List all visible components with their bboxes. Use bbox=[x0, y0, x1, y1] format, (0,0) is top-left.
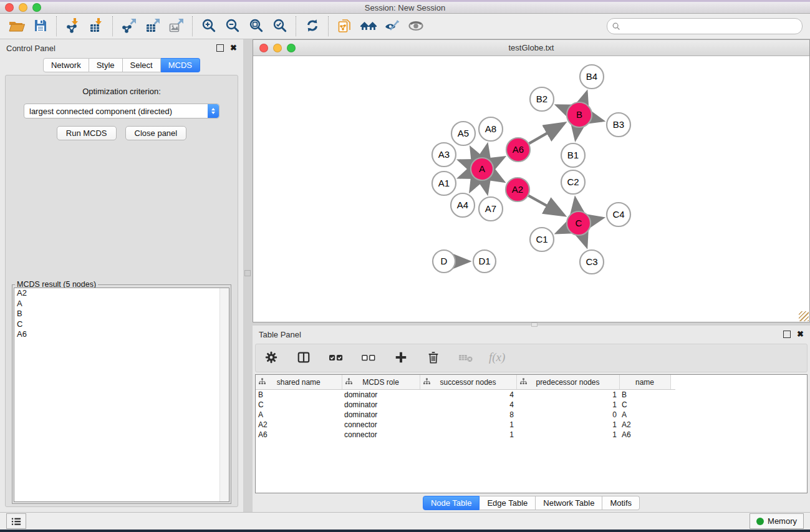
zoom-fit-button[interactable] bbox=[244, 16, 268, 37]
app-titlebar[interactable]: Session: New Session bbox=[0, 2, 810, 14]
task-history-button[interactable] bbox=[6, 513, 26, 529]
cell-successor-nodes[interactable]: 1 bbox=[420, 430, 516, 440]
edge-A-A7[interactable] bbox=[485, 181, 487, 193]
tab-motifs[interactable]: Motifs bbox=[602, 496, 640, 510]
cell-shared-name[interactable]: A2 bbox=[256, 420, 342, 430]
node-D[interactable]: D bbox=[433, 250, 455, 273]
tab-network-table[interactable]: Network Table bbox=[536, 496, 602, 510]
column-header-shared-name[interactable]: shared name bbox=[256, 375, 342, 390]
network-minimize-button[interactable] bbox=[273, 44, 282, 52]
cell-shared-name[interactable]: A bbox=[256, 410, 342, 420]
edge-A-A3[interactable] bbox=[460, 161, 471, 165]
search-input[interactable] bbox=[624, 21, 797, 31]
cell-MCDS-role[interactable]: dominator bbox=[342, 410, 420, 420]
node-A4[interactable]: A4 bbox=[451, 193, 475, 217]
node-C3[interactable]: C3 bbox=[580, 250, 604, 274]
cell-successor-nodes[interactable]: 8 bbox=[420, 410, 516, 420]
tab-style[interactable]: Style bbox=[89, 58, 123, 72]
column-header-MCDS-role[interactable]: MCDS role bbox=[342, 375, 420, 390]
edge-A-A5[interactable] bbox=[471, 148, 477, 158]
edge-A-A8[interactable] bbox=[485, 145, 487, 157]
home-networks-button[interactable] bbox=[357, 16, 380, 37]
result-list-item[interactable]: A6 bbox=[14, 329, 229, 340]
window-resize-grip[interactable] bbox=[799, 311, 809, 321]
edge-A-A4[interactable] bbox=[471, 180, 476, 190]
zoom-in-button[interactable] bbox=[197, 16, 221, 37]
node-A1[interactable]: A1 bbox=[432, 172, 456, 195]
edge-A2-C[interactable] bbox=[529, 196, 564, 215]
node-C[interactable]: C bbox=[567, 211, 591, 235]
edge-C-C3[interactable] bbox=[582, 235, 586, 246]
edge-A-A2[interactable] bbox=[492, 175, 503, 181]
cell-shared-name[interactable]: B bbox=[256, 390, 342, 400]
import-network-button[interactable] bbox=[61, 16, 85, 37]
refresh-layout-button[interactable] bbox=[301, 16, 324, 37]
new-session-network-button[interactable] bbox=[333, 16, 357, 37]
network-canvas[interactable]: B4B2BB3A8A5A6A3B1AC2A1A2A4A7C4CC1C3DD1 bbox=[253, 56, 809, 322]
node-B2[interactable]: B2 bbox=[530, 87, 554, 111]
column-layout-button[interactable] bbox=[294, 349, 313, 367]
close-panel-icon[interactable]: ✖ bbox=[230, 45, 237, 51]
tab-network[interactable]: Network bbox=[43, 58, 89, 72]
node-A6[interactable]: A6 bbox=[506, 138, 530, 162]
cell-MCDS-role[interactable]: connector bbox=[342, 430, 420, 440]
result-list-item[interactable]: A bbox=[14, 299, 229, 309]
result-list-scrollbar[interactable] bbox=[219, 288, 229, 501]
node-C4[interactable]: C4 bbox=[607, 203, 630, 226]
table-row[interactable]: Cdominator41C bbox=[256, 400, 675, 410]
network-window-titlebar[interactable]: testGlobe.txt bbox=[253, 40, 809, 56]
edge-A-A6[interactable] bbox=[493, 158, 503, 163]
close-panel-button[interactable]: Close panel bbox=[125, 126, 187, 140]
cell-predecessor-nodes[interactable]: 0 bbox=[516, 410, 619, 420]
result-list-item[interactable]: A2 bbox=[14, 288, 229, 299]
import-table-button[interactable] bbox=[85, 16, 108, 37]
node-C2[interactable]: C2 bbox=[561, 170, 585, 194]
export-table-button[interactable] bbox=[141, 16, 165, 37]
cell-predecessor-nodes[interactable]: 1 bbox=[516, 390, 619, 400]
edge-C-C4[interactable] bbox=[591, 218, 602, 221]
float-panel-icon[interactable] bbox=[216, 44, 224, 52]
node-A2[interactable]: A2 bbox=[506, 178, 529, 201]
tab-mcds[interactable]: MCDS bbox=[161, 58, 200, 72]
edge-B-B4[interactable] bbox=[584, 93, 587, 102]
select-all-columns-button[interactable] bbox=[327, 349, 345, 367]
cell-shared-name[interactable]: C bbox=[256, 400, 342, 410]
node-table[interactable]: shared nameMCDS rolesuccessor nodesprede… bbox=[256, 375, 675, 440]
zoom-out-button[interactable] bbox=[221, 16, 244, 37]
zoom-window-button[interactable] bbox=[32, 3, 41, 12]
add-column-button[interactable] bbox=[392, 349, 410, 367]
edge-C-C2[interactable] bbox=[576, 199, 577, 211]
export-network-button[interactable] bbox=[117, 16, 141, 37]
edge-A-A1[interactable] bbox=[460, 173, 471, 178]
minimize-window-button[interactable] bbox=[19, 3, 27, 12]
node-B1[interactable]: B1 bbox=[561, 143, 585, 167]
cell-name[interactable]: B bbox=[619, 390, 670, 400]
show-graphics-details-button[interactable] bbox=[404, 16, 428, 37]
cell-MCDS-role[interactable]: connector bbox=[342, 420, 420, 430]
edge-B-B1[interactable] bbox=[576, 128, 577, 139]
run-mcds-button[interactable]: Run MCDS bbox=[57, 126, 117, 140]
cell-MCDS-role[interactable]: dominator bbox=[342, 390, 420, 400]
edge-B-B2[interactable] bbox=[557, 105, 567, 110]
table-float-panel-icon[interactable] bbox=[783, 331, 791, 338]
node-A3[interactable]: A3 bbox=[432, 143, 456, 167]
tab-node-table[interactable]: Node Table bbox=[423, 496, 480, 510]
node-D1[interactable]: D1 bbox=[473, 250, 496, 273]
cell-MCDS-role[interactable]: dominator bbox=[342, 400, 420, 410]
node-A7[interactable]: A7 bbox=[479, 197, 503, 221]
node-B[interactable]: B bbox=[567, 102, 592, 127]
network-close-button[interactable] bbox=[259, 44, 268, 52]
cell-name[interactable]: A6 bbox=[619, 430, 670, 440]
table-row[interactable]: A2connector11A2 bbox=[256, 420, 675, 430]
memory-button[interactable]: Memory bbox=[750, 513, 804, 529]
cell-predecessor-nodes[interactable]: 1 bbox=[516, 400, 619, 410]
cell-predecessor-nodes[interactable]: 1 bbox=[516, 430, 619, 440]
cell-name[interactable]: C bbox=[619, 400, 670, 410]
edge-A6-B[interactable] bbox=[529, 123, 564, 143]
delete-column-button[interactable] bbox=[424, 349, 443, 367]
cell-successor-nodes[interactable]: 4 bbox=[420, 390, 516, 400]
column-header-predecessor-nodes[interactable]: predecessor nodes bbox=[516, 375, 619, 390]
cell-name[interactable]: A2 bbox=[619, 420, 670, 430]
save-session-button[interactable] bbox=[29, 16, 52, 37]
edge-B-B3[interactable] bbox=[592, 118, 602, 120]
